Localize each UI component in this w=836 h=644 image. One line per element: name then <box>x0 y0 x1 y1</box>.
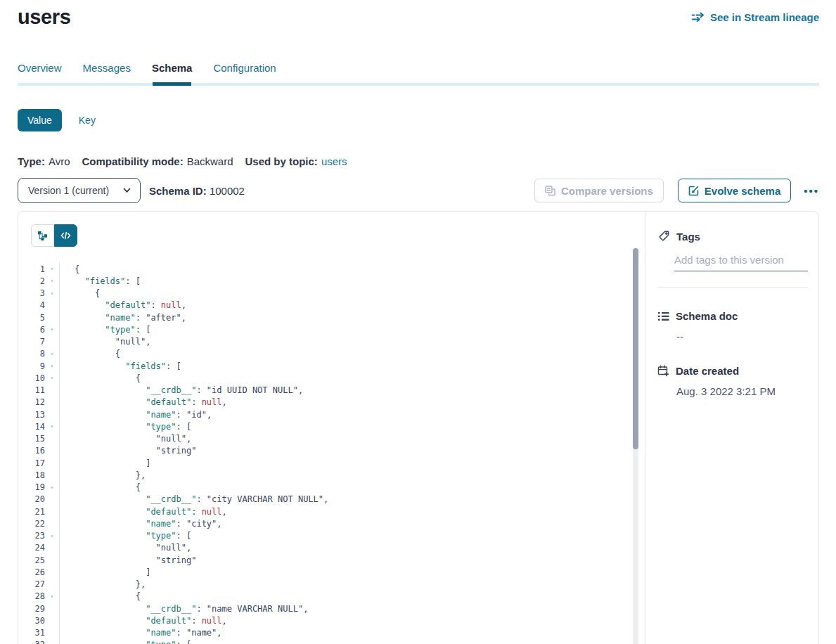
code-line: 32▾ "type": [ <box>18 639 645 644</box>
code-line: 29 "__crdb__": "name VARCHAR NULL", <box>18 603 645 614</box>
code-line: 13 "name": "id", <box>18 408 645 420</box>
code-view-button[interactable] <box>54 224 77 247</box>
fold-toggle-icon[interactable]: ▾ <box>45 375 59 381</box>
tab-list: OverviewMessagesSchemaConfiguration <box>18 62 819 83</box>
code-line: 25 "string" <box>18 554 645 566</box>
line-number: 22 <box>18 519 45 529</box>
tree-view-button[interactable] <box>31 224 54 247</box>
compatibility-mode: Compatibility mode:Backward <box>82 155 233 167</box>
code-text: "default": null, <box>59 614 227 626</box>
code-lines: 1▾{2▾ "fields": [3▾ {4 "default": null,5… <box>18 263 645 644</box>
line-number: 14 <box>18 422 45 432</box>
code-text: "default": null, <box>59 505 227 517</box>
code-scrollbar[interactable] <box>633 248 638 644</box>
compare-icon <box>545 186 555 196</box>
code-line: 9▾ "fields": [ <box>18 360 645 372</box>
add-tags-input[interactable] <box>674 254 808 271</box>
code-text: ] <box>59 457 150 469</box>
line-number: 12 <box>18 397 45 407</box>
code-line: 26 ] <box>18 566 645 578</box>
line-number: 11 <box>18 385 45 395</box>
line-number: 8 <box>18 349 45 359</box>
line-number: 4 <box>18 300 45 310</box>
code-line: 22 "name": "city", <box>18 517 645 529</box>
value-toggle-button[interactable]: Value <box>18 109 62 131</box>
scrollbar-thumb[interactable] <box>633 248 638 449</box>
fold-toggle-icon[interactable]: ▾ <box>45 423 59 430</box>
code-text: ] <box>59 566 150 578</box>
fold-toggle-icon[interactable]: ▾ <box>45 533 59 539</box>
code-line: 6▾ "type": [ <box>18 323 645 335</box>
fold-toggle-icon[interactable]: ▾ <box>45 326 59 333</box>
line-number: 16 <box>18 446 45 456</box>
code-text: "fields": [ <box>59 360 181 372</box>
sidebar-divider <box>657 287 808 288</box>
more-options-button[interactable]: ••• <box>804 185 819 197</box>
page-header: users See in Stream lineage <box>18 0 819 29</box>
fold-toggle-icon[interactable]: ▾ <box>45 484 59 491</box>
code-line: 5 "name": "after", <box>18 311 645 323</box>
line-number: 1 <box>18 264 45 274</box>
code-text: { <box>59 372 141 384</box>
tab-schema[interactable]: Schema <box>152 62 193 83</box>
see-in-stream-lineage-link[interactable]: See in Stream lineage <box>691 11 819 23</box>
fold-toggle-icon[interactable]: ▾ <box>45 278 59 284</box>
line-number: 5 <box>18 313 45 323</box>
tab-configuration[interactable]: Configuration <box>213 62 276 83</box>
code-line: 4 "default": null, <box>18 300 645 311</box>
code-line: 8▾ { <box>18 348 645 360</box>
code-text: "name": "after", <box>59 311 186 323</box>
version-select[interactable]: Version 1 (current) <box>18 178 141 203</box>
tab-messages[interactable]: Messages <box>83 62 131 83</box>
code-text: "fields": [ <box>59 275 141 287</box>
schema-doc-title: Schema doc <box>676 310 738 322</box>
code-text: "name": "name", <box>59 627 222 639</box>
date-created-section: Date created Aug. 3 2022 3:21 PM <box>657 365 808 397</box>
line-number: 20 <box>18 494 45 504</box>
line-number: 3 <box>18 288 45 298</box>
code-text: "__crdb__": "id UUID NOT NULL", <box>59 385 303 397</box>
code-line: 24 "null", <box>18 542 645 554</box>
fold-toggle-icon[interactable]: ▾ <box>45 266 59 272</box>
topic-link[interactable]: users <box>321 155 347 167</box>
code-text: { <box>59 482 141 494</box>
line-number: 28 <box>18 591 45 601</box>
code-text: "type": [ <box>59 639 191 644</box>
code-view-icon <box>60 231 71 240</box>
code-line: 11 "__crdb__": "id UUID NOT NULL", <box>18 385 645 397</box>
code-line: 27 }, <box>18 579 645 591</box>
code-text: "default": null, <box>59 300 186 311</box>
line-number: 21 <box>18 507 45 517</box>
fold-toggle-icon[interactable]: ▾ <box>45 363 59 369</box>
schema-doc-value: -- <box>676 330 808 342</box>
code-line: 23▾ "type": [ <box>18 530 645 542</box>
evolve-schema-button[interactable]: Evolve schema <box>678 179 791 202</box>
code-text: { <box>59 591 141 603</box>
tree-view-icon <box>37 231 48 241</box>
code-line: 19▾ { <box>18 482 645 494</box>
code-text: "string" <box>59 445 196 457</box>
line-number: 25 <box>18 555 45 565</box>
active-tab-indicator <box>153 82 191 86</box>
tab-overview[interactable]: Overview <box>18 62 62 83</box>
line-number: 31 <box>18 628 45 638</box>
schema-doc-header: Schema doc <box>657 310 808 322</box>
code-line: 3▾ { <box>18 288 645 300</box>
code-line: 1▾{ <box>18 263 645 275</box>
code-text: "name": "id", <box>59 408 212 420</box>
value-key-toggle: Value Key <box>18 109 819 131</box>
code-text: { <box>59 263 79 275</box>
edit-icon <box>688 186 699 196</box>
compare-versions-button[interactable]: Compare versions <box>534 179 664 202</box>
fold-toggle-icon[interactable]: ▾ <box>45 290 59 297</box>
stream-lineage-icon <box>691 12 705 22</box>
key-toggle-button[interactable]: Key <box>79 115 96 126</box>
see-in-stream-lineage-label: See in Stream lineage <box>710 11 819 23</box>
fold-toggle-icon[interactable]: ▾ <box>45 351 59 357</box>
fold-toggle-icon[interactable]: ▾ <box>45 593 59 600</box>
line-number: 10 <box>18 373 45 383</box>
code-line: 2▾ "fields": [ <box>18 275 645 287</box>
line-number: 6 <box>18 325 45 335</box>
code-line: 21 "default": null, <box>18 505 645 517</box>
code-line: 28▾ { <box>18 591 645 603</box>
